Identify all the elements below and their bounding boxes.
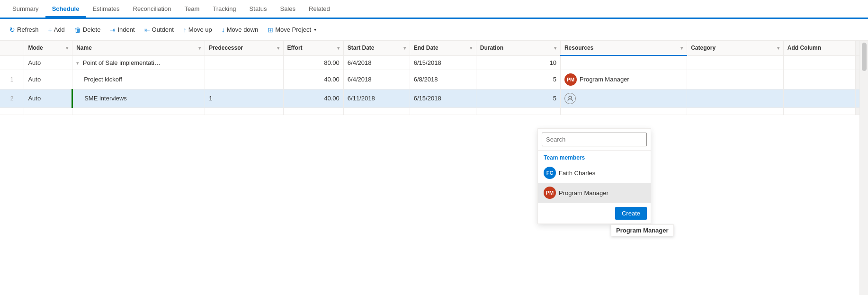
tab-related[interactable]: Related bbox=[302, 1, 337, 16]
schedule-table: Mode ▾ Name ▾ Predecesso bbox=[0, 41, 868, 115]
move-down-button[interactable]: ↓ Move down bbox=[218, 24, 262, 36]
row-mode-2: Auto bbox=[24, 89, 72, 107]
avatar-pm-dropdown: PM bbox=[544, 187, 556, 199]
row-resources-0 bbox=[560, 55, 687, 70]
tab-schedule[interactable]: Schedule bbox=[45, 1, 86, 18]
row-end-1: 6/8/2018 bbox=[410, 70, 476, 89]
outdent-button[interactable]: ⇤ Outdent bbox=[141, 24, 178, 36]
create-button[interactable]: Create bbox=[615, 207, 647, 220]
indent-button[interactable]: ⇥ Indent bbox=[106, 24, 138, 36]
refresh-icon: ↻ bbox=[9, 26, 15, 34]
row-name-1[interactable]: Project kickoff bbox=[72, 70, 205, 89]
sort-icon-duration[interactable]: ▾ bbox=[554, 45, 556, 51]
col-header-predecessor: Predecessor ▾ bbox=[205, 41, 283, 55]
sort-icon-start-date[interactable]: ▾ bbox=[403, 45, 406, 51]
tab-estimates[interactable]: Estimates bbox=[86, 1, 126, 16]
row-predecessor-2: 1 bbox=[205, 89, 283, 107]
tab-tracking[interactable]: Tracking bbox=[206, 1, 242, 16]
grid-container: Mode ▾ Name ▾ Predecesso bbox=[0, 41, 868, 115]
row-resources-1: PM Program Manager bbox=[560, 70, 687, 89]
search-input[interactable] bbox=[542, 133, 647, 146]
col-header-name: Name ▾ bbox=[72, 41, 205, 55]
row-category-1 bbox=[687, 70, 784, 89]
row-effort-1: 40.00 bbox=[283, 70, 343, 89]
col-header-end-date: End Date ▾ bbox=[410, 41, 476, 55]
avatar-pm-1: PM bbox=[564, 73, 577, 86]
row-add-1 bbox=[783, 70, 856, 89]
table-row: 1 Auto Project kickoff 40.00 bbox=[0, 70, 868, 89]
move-up-icon: ↑ bbox=[183, 26, 187, 34]
scrollbar-thumb[interactable] bbox=[862, 43, 867, 71]
col-header-mode: Mode ▾ bbox=[24, 41, 72, 55]
row-predecessor-0 bbox=[205, 55, 283, 70]
row-start-0: 6/4/2018 bbox=[343, 55, 410, 70]
add-icon: + bbox=[48, 26, 52, 34]
delete-icon: 🗑 bbox=[74, 26, 81, 34]
col-header-start-date: Start Date ▾ bbox=[343, 41, 410, 55]
row-num-1: 1 bbox=[0, 70, 24, 89]
row-category-2 bbox=[687, 89, 784, 107]
row-num-2: 2 bbox=[0, 89, 24, 107]
row-end-0: 6/15/2018 bbox=[410, 55, 476, 70]
col-header-resources: Resources ▾ bbox=[560, 41, 687, 55]
resource-dropdown-panel: Team members FC Faith Charles PM Program… bbox=[537, 128, 651, 224]
table-row bbox=[0, 107, 868, 115]
delete-button[interactable]: 🗑 Delete bbox=[71, 24, 105, 36]
avatar-fc: FC bbox=[544, 167, 556, 179]
tab-status[interactable]: Status bbox=[243, 1, 274, 16]
chevron-down-icon: ▾ bbox=[314, 27, 316, 32]
resource-cell-2 bbox=[564, 93, 683, 104]
outdent-icon: ⇤ bbox=[144, 26, 150, 34]
row-mode-0: Auto bbox=[24, 55, 72, 70]
faith-charles-name: Faith Charles bbox=[559, 170, 595, 177]
app-container: Summary Schedule Estimates Reconciliatio… bbox=[0, 0, 868, 295]
col-header-category: Category ▾ bbox=[687, 41, 784, 55]
move-up-button[interactable]: ↑ Move up bbox=[179, 24, 216, 36]
team-members-label: Team members bbox=[538, 151, 651, 163]
expand-icon-0[interactable]: ▾ bbox=[76, 60, 79, 66]
sort-icon-effort[interactable]: ▾ bbox=[337, 45, 340, 51]
tab-bar: Summary Schedule Estimates Reconciliatio… bbox=[0, 0, 868, 19]
sort-icon-resources[interactable]: ▾ bbox=[680, 45, 683, 51]
table-row: 2 Auto SME interviews 1 40.00 bbox=[0, 89, 868, 107]
row-mode-1: Auto bbox=[24, 70, 72, 89]
dropdown-item-program-manager[interactable]: PM Program Manager bbox=[538, 183, 651, 203]
row-resources-2[interactable] bbox=[560, 89, 687, 107]
resource-cell-1: PM Program Manager bbox=[564, 73, 683, 86]
tab-sales[interactable]: Sales bbox=[273, 1, 302, 16]
move-project-button[interactable]: ⊞ Move Project ▾ bbox=[264, 24, 320, 36]
col-header-rownum bbox=[0, 41, 24, 55]
search-container bbox=[538, 129, 651, 151]
col-header-add-column[interactable]: Add Column bbox=[783, 41, 856, 55]
sort-icon-name[interactable]: ▾ bbox=[198, 45, 201, 51]
row-predecessor-1 bbox=[205, 70, 283, 89]
row-end-2: 6/15/2018 bbox=[410, 89, 476, 107]
row-start-2: 6/11/2018 bbox=[343, 89, 410, 107]
add-button[interactable]: + Add bbox=[45, 24, 69, 36]
row-name-0[interactable]: ▾ Point of Sale implementati… bbox=[72, 55, 205, 70]
move-project-icon: ⊞ bbox=[268, 26, 273, 34]
row-num-0 bbox=[0, 55, 24, 70]
toolbar: ↻ Refresh + Add 🗑 Delete ⇥ Indent ⇤ Outd… bbox=[0, 19, 868, 41]
col-header-effort: Effort ▾ bbox=[283, 41, 343, 55]
move-down-icon: ↓ bbox=[222, 26, 225, 34]
sort-icon-predecessor[interactable]: ▾ bbox=[277, 45, 279, 51]
tab-summary[interactable]: Summary bbox=[6, 1, 45, 16]
row-name-2[interactable]: SME interviews bbox=[72, 89, 205, 107]
dropdown-footer: Create bbox=[538, 203, 651, 223]
table-row: Auto ▾ Point of Sale implementati… 80.00… bbox=[0, 55, 868, 70]
row-category-0 bbox=[687, 55, 784, 70]
vertical-scrollbar[interactable] bbox=[859, 41, 868, 295]
refresh-button[interactable]: ↻ Refresh bbox=[6, 24, 43, 36]
tab-reconciliation[interactable]: Reconciliation bbox=[126, 1, 178, 16]
add-resource-button[interactable] bbox=[564, 93, 576, 104]
dropdown-item-faith-charles[interactable]: FC Faith Charles bbox=[538, 163, 651, 183]
row-start-1: 6/4/2018 bbox=[343, 70, 410, 89]
sort-icon-end-date[interactable]: ▾ bbox=[470, 45, 472, 51]
sort-icon-category[interactable]: ▾ bbox=[777, 45, 779, 51]
sort-icon-mode[interactable]: ▾ bbox=[66, 45, 68, 51]
column-header-row: Mode ▾ Name ▾ Predecesso bbox=[0, 41, 868, 55]
tab-team[interactable]: Team bbox=[178, 1, 206, 16]
program-manager-name: Program Manager bbox=[559, 189, 608, 197]
row-effort-0: 80.00 bbox=[283, 55, 343, 70]
